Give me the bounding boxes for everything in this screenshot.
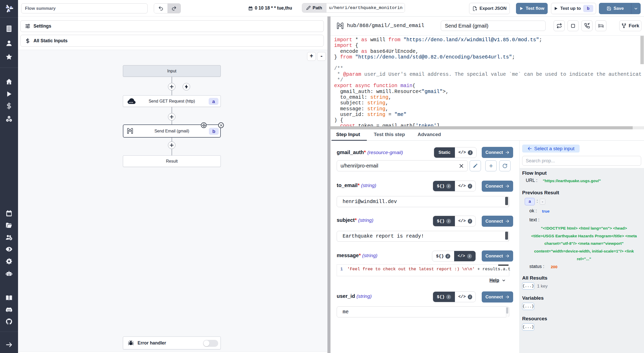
svg-text:HTTP: HTTP [129, 102, 133, 103]
